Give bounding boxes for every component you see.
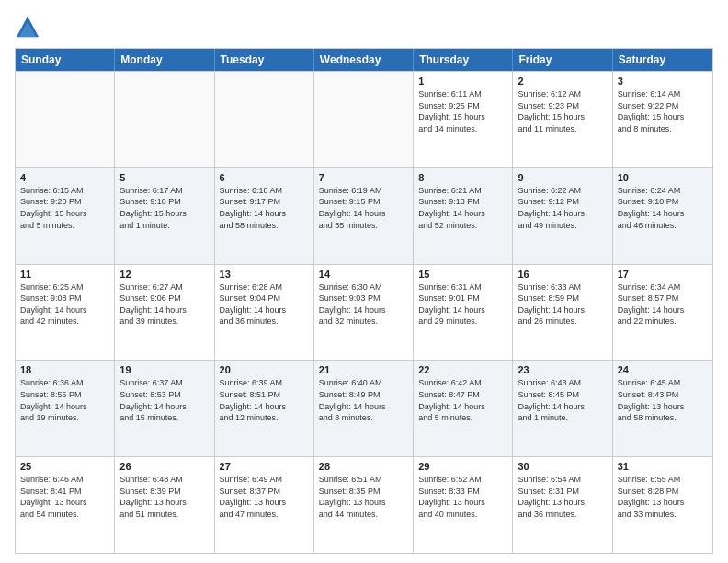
calendar-cell: 2Sunrise: 6:12 AM Sunset: 9:23 PM Daylig… <box>513 72 612 167</box>
day-number: 13 <box>220 269 309 280</box>
calendar-cell: 18Sunrise: 6:36 AM Sunset: 8:55 PM Dayli… <box>16 361 115 456</box>
calendar-cell: 21Sunrise: 6:40 AM Sunset: 8:49 PM Dayli… <box>314 361 414 456</box>
calendar-header-day: Tuesday <box>215 49 314 71</box>
day-info: Sunrise: 6:54 AM Sunset: 8:31 PM Dayligh… <box>518 474 607 520</box>
day-number: 11 <box>20 269 109 280</box>
day-number: 17 <box>618 269 708 280</box>
day-number: 28 <box>319 461 408 472</box>
day-info: Sunrise: 6:36 AM Sunset: 8:55 PM Dayligh… <box>20 377 109 423</box>
day-number: 31 <box>618 461 708 472</box>
calendar-cell: 16Sunrise: 6:33 AM Sunset: 8:59 PM Dayli… <box>513 265 612 361</box>
calendar-cell: 17Sunrise: 6:34 AM Sunset: 8:57 PM Dayli… <box>613 265 712 361</box>
calendar-cell: 29Sunrise: 6:52 AM Sunset: 8:33 PM Dayli… <box>414 457 513 553</box>
calendar-cell: 14Sunrise: 6:30 AM Sunset: 9:03 PM Dayli… <box>314 265 414 361</box>
calendar-cell: 7Sunrise: 6:19 AM Sunset: 9:15 PM Daylig… <box>314 168 414 264</box>
logo-icon <box>15 15 40 40</box>
day-info: Sunrise: 6:19 AM Sunset: 9:15 PM Dayligh… <box>319 185 408 231</box>
day-info: Sunrise: 6:45 AM Sunset: 8:43 PM Dayligh… <box>618 377 708 423</box>
calendar-header-day: Wednesday <box>314 49 414 71</box>
calendar-week: 1Sunrise: 6:11 AM Sunset: 9:25 PM Daylig… <box>16 71 712 167</box>
day-number: 5 <box>119 172 209 183</box>
day-info: Sunrise: 6:24 AM Sunset: 9:10 PM Dayligh… <box>618 185 708 231</box>
day-number: 6 <box>220 172 309 183</box>
day-number: 23 <box>518 364 607 375</box>
day-number: 27 <box>220 461 309 472</box>
calendar-cell <box>115 72 214 167</box>
day-number: 20 <box>220 364 309 375</box>
calendar-header: SundayMondayTuesdayWednesdayThursdayFrid… <box>16 49 712 71</box>
calendar-cell: 5Sunrise: 6:17 AM Sunset: 9:18 PM Daylig… <box>115 168 214 264</box>
day-number: 15 <box>418 269 507 280</box>
calendar-week: 25Sunrise: 6:46 AM Sunset: 8:41 PM Dayli… <box>16 456 712 553</box>
calendar-week: 18Sunrise: 6:36 AM Sunset: 8:55 PM Dayli… <box>16 360 712 456</box>
day-info: Sunrise: 6:12 AM Sunset: 9:23 PM Dayligh… <box>518 88 607 134</box>
day-number: 14 <box>319 269 408 280</box>
page: SundayMondayTuesdayWednesdayThursdayFrid… <box>0 0 728 563</box>
header <box>15 15 713 40</box>
day-info: Sunrise: 6:18 AM Sunset: 9:17 PM Dayligh… <box>220 185 309 231</box>
calendar-cell: 27Sunrise: 6:49 AM Sunset: 8:37 PM Dayli… <box>215 457 314 553</box>
day-info: Sunrise: 6:42 AM Sunset: 8:47 PM Dayligh… <box>418 377 507 423</box>
calendar-cell: 4Sunrise: 6:15 AM Sunset: 9:20 PM Daylig… <box>16 168 115 264</box>
calendar-cell: 24Sunrise: 6:45 AM Sunset: 8:43 PM Dayli… <box>613 361 712 456</box>
calendar-cell <box>314 72 414 167</box>
day-info: Sunrise: 6:33 AM Sunset: 8:59 PM Dayligh… <box>518 282 607 327</box>
calendar-cell: 9Sunrise: 6:22 AM Sunset: 9:12 PM Daylig… <box>513 168 612 264</box>
calendar-cell: 28Sunrise: 6:51 AM Sunset: 8:35 PM Dayli… <box>314 457 414 553</box>
calendar-week: 4Sunrise: 6:15 AM Sunset: 9:20 PM Daylig… <box>16 167 712 264</box>
day-number: 18 <box>20 364 109 375</box>
day-number: 22 <box>418 364 507 375</box>
calendar-cell: 11Sunrise: 6:25 AM Sunset: 9:08 PM Dayli… <box>16 265 115 361</box>
calendar-cell: 30Sunrise: 6:54 AM Sunset: 8:31 PM Dayli… <box>513 457 612 553</box>
calendar-cell: 8Sunrise: 6:21 AM Sunset: 9:13 PM Daylig… <box>414 168 513 264</box>
day-info: Sunrise: 6:52 AM Sunset: 8:33 PM Dayligh… <box>418 474 507 520</box>
calendar-header-day: Monday <box>115 49 214 71</box>
calendar-cell: 20Sunrise: 6:39 AM Sunset: 8:51 PM Dayli… <box>215 361 314 456</box>
calendar-cell: 26Sunrise: 6:48 AM Sunset: 8:39 PM Dayli… <box>115 457 214 553</box>
day-info: Sunrise: 6:30 AM Sunset: 9:03 PM Dayligh… <box>319 282 408 327</box>
day-number: 19 <box>119 364 209 375</box>
day-number: 16 <box>518 269 607 280</box>
day-number: 2 <box>518 75 607 86</box>
calendar-header-day: Saturday <box>613 49 712 71</box>
day-info: Sunrise: 6:17 AM Sunset: 9:18 PM Dayligh… <box>119 185 209 231</box>
calendar-cell: 12Sunrise: 6:27 AM Sunset: 9:06 PM Dayli… <box>115 265 214 361</box>
day-info: Sunrise: 6:39 AM Sunset: 8:51 PM Dayligh… <box>220 377 309 423</box>
day-info: Sunrise: 6:43 AM Sunset: 8:45 PM Dayligh… <box>518 377 607 423</box>
calendar-cell: 23Sunrise: 6:43 AM Sunset: 8:45 PM Dayli… <box>513 361 612 456</box>
calendar-header-day: Friday <box>513 49 612 71</box>
day-number: 30 <box>518 461 607 472</box>
day-info: Sunrise: 6:34 AM Sunset: 8:57 PM Dayligh… <box>618 282 708 327</box>
day-info: Sunrise: 6:48 AM Sunset: 8:39 PM Dayligh… <box>119 474 209 520</box>
calendar-cell: 22Sunrise: 6:42 AM Sunset: 8:47 PM Dayli… <box>414 361 513 456</box>
calendar: SundayMondayTuesdayWednesdayThursdayFrid… <box>15 48 713 554</box>
day-info: Sunrise: 6:51 AM Sunset: 8:35 PM Dayligh… <box>319 474 408 520</box>
day-number: 26 <box>119 461 209 472</box>
day-number: 9 <box>518 172 607 183</box>
day-info: Sunrise: 6:28 AM Sunset: 9:04 PM Dayligh… <box>220 282 309 327</box>
calendar-header-day: Thursday <box>414 49 513 71</box>
day-number: 1 <box>418 75 507 86</box>
calendar-cell: 15Sunrise: 6:31 AM Sunset: 9:01 PM Dayli… <box>414 265 513 361</box>
calendar-header-day: Sunday <box>16 49 115 71</box>
day-info: Sunrise: 6:15 AM Sunset: 9:20 PM Dayligh… <box>20 185 109 231</box>
calendar-cell: 1Sunrise: 6:11 AM Sunset: 9:25 PM Daylig… <box>414 72 513 167</box>
day-info: Sunrise: 6:31 AM Sunset: 9:01 PM Dayligh… <box>418 282 507 327</box>
day-number: 25 <box>20 461 109 472</box>
calendar-week: 11Sunrise: 6:25 AM Sunset: 9:08 PM Dayli… <box>16 264 712 361</box>
calendar-cell <box>215 72 314 167</box>
day-info: Sunrise: 6:27 AM Sunset: 9:06 PM Dayligh… <box>119 282 209 327</box>
day-number: 3 <box>618 75 708 86</box>
day-info: Sunrise: 6:22 AM Sunset: 9:12 PM Dayligh… <box>518 185 607 231</box>
calendar-body: 1Sunrise: 6:11 AM Sunset: 9:25 PM Daylig… <box>16 71 712 553</box>
calendar-cell: 3Sunrise: 6:14 AM Sunset: 9:22 PM Daylig… <box>613 72 712 167</box>
day-number: 8 <box>418 172 507 183</box>
day-info: Sunrise: 6:49 AM Sunset: 8:37 PM Dayligh… <box>220 474 309 520</box>
calendar-cell <box>16 72 115 167</box>
day-number: 12 <box>119 269 209 280</box>
day-info: Sunrise: 6:46 AM Sunset: 8:41 PM Dayligh… <box>20 474 109 520</box>
logo <box>15 15 44 40</box>
day-info: Sunrise: 6:55 AM Sunset: 8:28 PM Dayligh… <box>618 474 708 520</box>
day-info: Sunrise: 6:14 AM Sunset: 9:22 PM Dayligh… <box>618 88 708 134</box>
day-number: 21 <box>319 364 408 375</box>
